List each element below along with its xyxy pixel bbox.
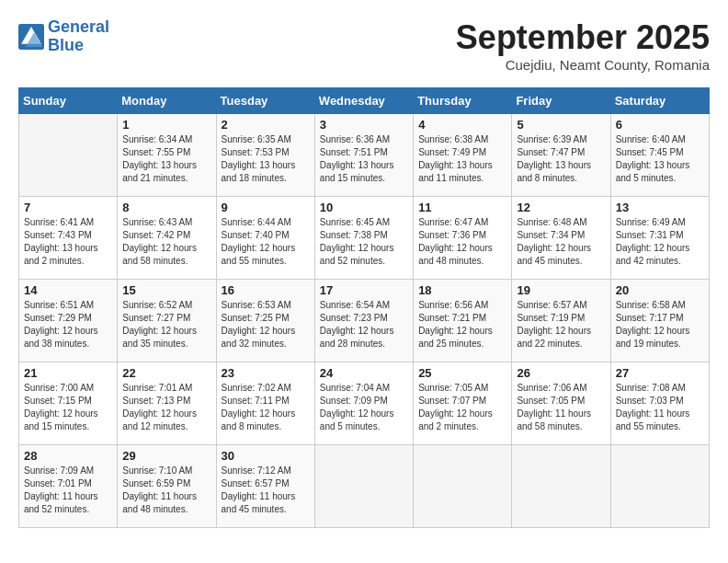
day-cell: 4Sunrise: 6:38 AM Sunset: 7:49 PM Daylig… bbox=[414, 114, 512, 197]
column-header-monday: Monday bbox=[118, 88, 216, 114]
week-row-3: 14Sunrise: 6:51 AM Sunset: 7:29 PM Dayli… bbox=[19, 280, 710, 362]
page-header: General Blue September 2025 Cuejdiu, Nea… bbox=[18, 18, 710, 73]
day-number: 2 bbox=[222, 118, 310, 132]
day-cell bbox=[19, 114, 118, 197]
day-number: 21 bbox=[24, 366, 112, 380]
day-number: 7 bbox=[24, 201, 112, 214]
column-header-sunday: Sunday bbox=[19, 88, 118, 114]
day-info: Sunrise: 6:49 AM Sunset: 7:31 PM Dayligh… bbox=[616, 216, 704, 268]
day-cell: 26Sunrise: 7:06 AM Sunset: 7:05 PM Dayli… bbox=[512, 362, 610, 445]
day-number: 14 bbox=[24, 283, 112, 297]
column-header-thursday: Thursday bbox=[414, 88, 512, 114]
day-cell: 20Sunrise: 6:58 AM Sunset: 7:17 PM Dayli… bbox=[610, 280, 709, 362]
day-cell: 28Sunrise: 7:09 AM Sunset: 7:01 PM Dayli… bbox=[19, 445, 118, 528]
day-info: Sunrise: 6:52 AM Sunset: 7:27 PM Dayligh… bbox=[122, 299, 210, 350]
logo-text: General Blue bbox=[48, 18, 109, 55]
day-number: 16 bbox=[222, 283, 310, 297]
day-info: Sunrise: 6:57 AM Sunset: 7:19 PM Dayligh… bbox=[517, 299, 605, 350]
day-header-row: SundayMondayTuesdayWednesdayThursdayFrid… bbox=[19, 88, 710, 114]
day-number: 20 bbox=[616, 283, 704, 297]
week-row-5: 28Sunrise: 7:09 AM Sunset: 7:01 PM Dayli… bbox=[19, 445, 710, 528]
day-info: Sunrise: 7:02 AM Sunset: 7:11 PM Dayligh… bbox=[222, 382, 310, 433]
day-info: Sunrise: 6:58 AM Sunset: 7:17 PM Dayligh… bbox=[616, 299, 704, 350]
day-info: Sunrise: 6:34 AM Sunset: 7:55 PM Dayligh… bbox=[122, 133, 210, 185]
day-cell: 1Sunrise: 6:34 AM Sunset: 7:55 PM Daylig… bbox=[118, 114, 216, 197]
day-info: Sunrise: 6:35 AM Sunset: 7:53 PM Dayligh… bbox=[222, 133, 310, 185]
day-cell: 27Sunrise: 7:08 AM Sunset: 7:03 PM Dayli… bbox=[610, 362, 709, 445]
day-cell: 15Sunrise: 6:52 AM Sunset: 7:27 PM Dayli… bbox=[118, 280, 216, 362]
day-info: Sunrise: 6:43 AM Sunset: 7:42 PM Dayligh… bbox=[122, 216, 210, 268]
day-number: 15 bbox=[122, 283, 210, 297]
logo-icon bbox=[18, 24, 44, 50]
day-cell: 7Sunrise: 6:41 AM Sunset: 7:43 PM Daylig… bbox=[19, 197, 118, 280]
month-title: September 2025 bbox=[456, 18, 710, 57]
day-cell: 14Sunrise: 6:51 AM Sunset: 7:29 PM Dayli… bbox=[19, 280, 118, 362]
day-cell: 17Sunrise: 6:54 AM Sunset: 7:23 PM Dayli… bbox=[314, 280, 413, 362]
column-header-saturday: Saturday bbox=[610, 88, 709, 114]
title-block: September 2025 Cuejdiu, Neamt County, Ro… bbox=[456, 18, 710, 73]
day-info: Sunrise: 6:47 AM Sunset: 7:36 PM Dayligh… bbox=[418, 216, 506, 268]
day-number: 1 bbox=[122, 118, 210, 132]
day-cell bbox=[512, 445, 610, 528]
day-cell: 22Sunrise: 7:01 AM Sunset: 7:13 PM Dayli… bbox=[118, 362, 216, 445]
day-number: 4 bbox=[418, 118, 506, 132]
logo: General Blue bbox=[18, 18, 109, 55]
day-number: 12 bbox=[517, 201, 605, 214]
day-cell bbox=[414, 445, 512, 528]
day-info: Sunrise: 6:36 AM Sunset: 7:51 PM Dayligh… bbox=[320, 133, 408, 185]
day-cell: 12Sunrise: 6:48 AM Sunset: 7:34 PM Dayli… bbox=[512, 197, 610, 280]
day-info: Sunrise: 7:00 AM Sunset: 7:15 PM Dayligh… bbox=[24, 382, 112, 433]
day-info: Sunrise: 6:51 AM Sunset: 7:29 PM Dayligh… bbox=[24, 299, 112, 350]
day-number: 29 bbox=[122, 449, 210, 463]
day-number: 27 bbox=[616, 366, 704, 380]
day-info: Sunrise: 6:56 AM Sunset: 7:21 PM Dayligh… bbox=[418, 299, 506, 350]
week-row-2: 7Sunrise: 6:41 AM Sunset: 7:43 PM Daylig… bbox=[19, 197, 710, 280]
column-header-tuesday: Tuesday bbox=[216, 88, 314, 114]
week-row-4: 21Sunrise: 7:00 AM Sunset: 7:15 PM Dayli… bbox=[19, 362, 710, 445]
day-cell: 23Sunrise: 7:02 AM Sunset: 7:11 PM Dayli… bbox=[216, 362, 314, 445]
day-info: Sunrise: 7:01 AM Sunset: 7:13 PM Dayligh… bbox=[122, 382, 210, 433]
day-cell bbox=[314, 445, 413, 528]
day-number: 24 bbox=[320, 366, 408, 380]
day-info: Sunrise: 7:10 AM Sunset: 6:59 PM Dayligh… bbox=[122, 465, 210, 516]
column-header-wednesday: Wednesday bbox=[314, 88, 413, 114]
day-info: Sunrise: 6:48 AM Sunset: 7:34 PM Dayligh… bbox=[517, 216, 605, 268]
day-number: 6 bbox=[616, 118, 704, 132]
day-cell: 24Sunrise: 7:04 AM Sunset: 7:09 PM Dayli… bbox=[314, 362, 413, 445]
day-info: Sunrise: 6:53 AM Sunset: 7:25 PM Dayligh… bbox=[222, 299, 310, 350]
day-info: Sunrise: 6:39 AM Sunset: 7:47 PM Dayligh… bbox=[517, 133, 605, 185]
day-info: Sunrise: 7:12 AM Sunset: 6:57 PM Dayligh… bbox=[222, 465, 310, 516]
week-row-1: 1Sunrise: 6:34 AM Sunset: 7:55 PM Daylig… bbox=[19, 114, 710, 197]
column-header-friday: Friday bbox=[512, 88, 610, 114]
day-cell: 18Sunrise: 6:56 AM Sunset: 7:21 PM Dayli… bbox=[414, 280, 512, 362]
day-info: Sunrise: 7:09 AM Sunset: 7:01 PM Dayligh… bbox=[24, 465, 112, 516]
day-info: Sunrise: 6:44 AM Sunset: 7:40 PM Dayligh… bbox=[222, 216, 310, 268]
day-number: 28 bbox=[24, 449, 112, 463]
location: Cuejdiu, Neamt County, Romania bbox=[456, 57, 710, 73]
day-cell: 25Sunrise: 7:05 AM Sunset: 7:07 PM Dayli… bbox=[414, 362, 512, 445]
day-number: 25 bbox=[418, 366, 506, 380]
day-info: Sunrise: 7:08 AM Sunset: 7:03 PM Dayligh… bbox=[616, 382, 704, 433]
day-number: 23 bbox=[222, 366, 310, 380]
day-cell bbox=[610, 445, 709, 528]
day-info: Sunrise: 7:05 AM Sunset: 7:07 PM Dayligh… bbox=[418, 382, 506, 433]
day-cell: 5Sunrise: 6:39 AM Sunset: 7:47 PM Daylig… bbox=[512, 114, 610, 197]
day-info: Sunrise: 7:04 AM Sunset: 7:09 PM Dayligh… bbox=[320, 382, 408, 433]
day-info: Sunrise: 6:40 AM Sunset: 7:45 PM Dayligh… bbox=[616, 133, 704, 185]
day-cell: 30Sunrise: 7:12 AM Sunset: 6:57 PM Dayli… bbox=[216, 445, 314, 528]
day-cell: 3Sunrise: 6:36 AM Sunset: 7:51 PM Daylig… bbox=[314, 114, 413, 197]
day-number: 5 bbox=[517, 118, 605, 132]
day-number: 22 bbox=[122, 366, 210, 380]
day-number: 19 bbox=[517, 283, 605, 297]
day-info: Sunrise: 6:45 AM Sunset: 7:38 PM Dayligh… bbox=[320, 216, 408, 268]
day-cell: 13Sunrise: 6:49 AM Sunset: 7:31 PM Dayli… bbox=[610, 197, 709, 280]
day-number: 10 bbox=[320, 201, 408, 214]
day-cell: 11Sunrise: 6:47 AM Sunset: 7:36 PM Dayli… bbox=[414, 197, 512, 280]
day-number: 9 bbox=[222, 201, 310, 214]
day-cell: 2Sunrise: 6:35 AM Sunset: 7:53 PM Daylig… bbox=[216, 114, 314, 197]
day-cell: 10Sunrise: 6:45 AM Sunset: 7:38 PM Dayli… bbox=[314, 197, 413, 280]
day-number: 17 bbox=[320, 283, 408, 297]
day-number: 30 bbox=[222, 449, 310, 463]
day-number: 13 bbox=[616, 201, 704, 214]
day-info: Sunrise: 7:06 AM Sunset: 7:05 PM Dayligh… bbox=[517, 382, 605, 433]
